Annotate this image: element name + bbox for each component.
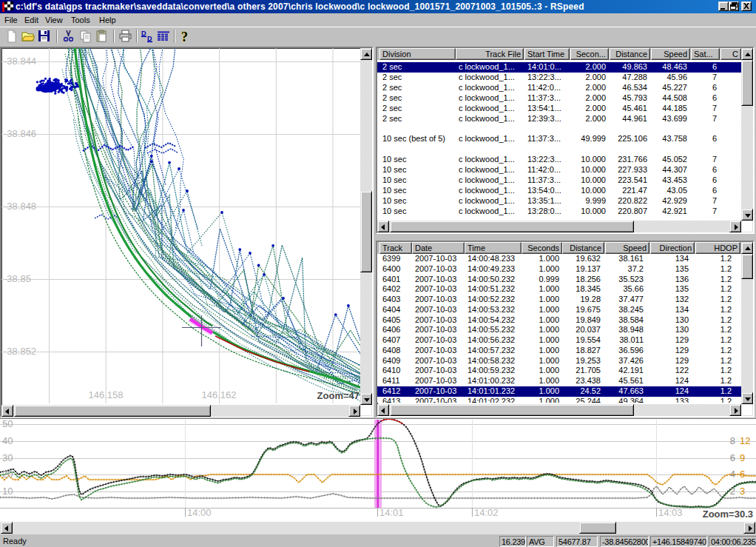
svg-text:146.158: 146.158 [89, 389, 124, 400]
svg-text:-38.846: -38.846 [4, 128, 36, 139]
svg-text:6: 6 [740, 469, 745, 480]
svg-text:Zoom=47: Zoom=47 [317, 390, 360, 401]
svg-text:Zoom=30.3: Zoom=30.3 [703, 509, 753, 520]
svg-text:-38.85: -38.85 [4, 273, 31, 284]
svg-text:2: 2 [730, 486, 735, 497]
svg-text:-38.852: -38.852 [4, 346, 36, 357]
svg-text:?: ? [181, 30, 188, 44]
svg-text:14:01: 14:01 [379, 507, 404, 518]
svg-text:3: 3 [740, 486, 745, 497]
svg-text:14:02: 14:02 [474, 507, 499, 518]
svg-text:10: 10 [2, 486, 13, 497]
svg-text:14:03: 14:03 [658, 507, 683, 518]
svg-text:14:00: 14:00 [187, 507, 212, 518]
svg-text:9: 9 [740, 452, 745, 463]
svg-text:6: 6 [730, 452, 735, 463]
svg-text:8: 8 [730, 435, 735, 446]
svg-text:4: 4 [730, 469, 735, 480]
svg-text:30: 30 [2, 452, 13, 463]
svg-text:40: 40 [2, 435, 13, 446]
svg-text:12: 12 [740, 435, 750, 446]
svg-text:20: 20 [2, 469, 13, 480]
svg-text:146.162: 146.162 [202, 389, 237, 400]
svg-text:-38.844: -38.844 [4, 56, 36, 67]
svg-text:-38.848: -38.848 [4, 201, 36, 212]
svg-text:50: 50 [2, 419, 13, 429]
